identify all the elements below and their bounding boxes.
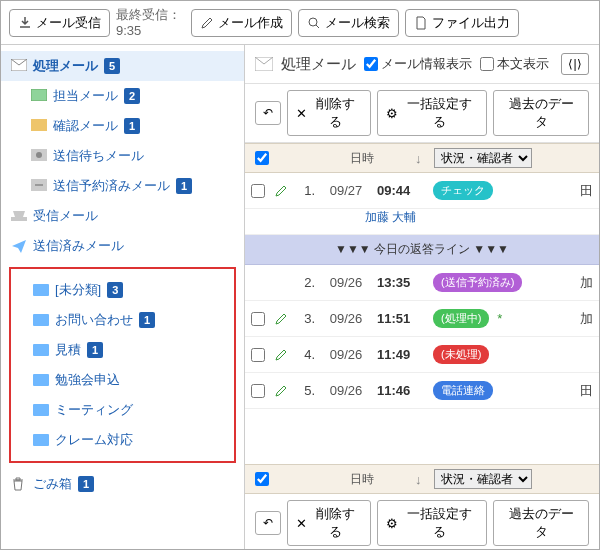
edit-icon[interactable] (273, 311, 289, 327)
mail-info-toggle[interactable]: メール情報表示 (364, 55, 472, 73)
undo-button-footer[interactable]: ↶ (255, 511, 281, 535)
count-badge: 1 (87, 342, 103, 358)
status-tag: 電話連絡 (433, 381, 493, 400)
edit-icon[interactable] (273, 347, 289, 363)
row-date: 09/26 (323, 347, 369, 362)
envelope-icon (11, 59, 27, 73)
undo-button[interactable]: ↶ (255, 101, 281, 125)
folder-icon (33, 314, 49, 326)
delete-button[interactable]: ✕削除する (287, 90, 371, 136)
mail-row[interactable]: 5.09/2611:46電話連絡田 (245, 373, 599, 409)
export-file-button[interactable]: ファイル出力 (405, 9, 519, 37)
mail-status-icon (31, 119, 47, 133)
status-tag: (処理中) (433, 309, 489, 328)
past-data-button-footer[interactable]: 過去のデータ (493, 500, 589, 546)
sidebar-sub-item[interactable]: 送信予約済みメール1 (1, 171, 244, 201)
count-badge: 2 (124, 88, 140, 104)
sidebar-sub-item[interactable]: 確認メール1 (1, 111, 244, 141)
svg-rect-2 (31, 89, 47, 101)
file-icon (414, 16, 428, 30)
sidebar-sent[interactable]: 送信済みメール (1, 231, 244, 261)
svg-point-0 (309, 18, 317, 26)
compose-mail-button[interactable]: メール作成 (191, 9, 292, 37)
row-date: 09/27 (323, 183, 369, 198)
count-badge: 1 (78, 476, 94, 492)
row-tail: 田 (580, 182, 593, 200)
count-badge: 1 (139, 312, 155, 328)
status-select-footer[interactable]: 状況・確認者 (434, 469, 532, 489)
row-checkbox[interactable] (251, 348, 265, 362)
edit-icon[interactable] (273, 383, 289, 399)
select-all-footer-checkbox[interactable] (255, 472, 269, 486)
row-index: 2. (297, 275, 315, 290)
mail-row[interactable]: 4.09/2611:49(未処理) (245, 337, 599, 373)
search-mail-button[interactable]: メール検索 (298, 9, 399, 37)
folder-icon (33, 434, 49, 446)
folder-item[interactable]: クレーム対応 (11, 425, 234, 455)
wrap-toggle-button[interactable]: ⟨|⟩ (561, 53, 589, 75)
row-index: 3. (297, 311, 315, 326)
x-icon: ✕ (296, 516, 307, 531)
status-tag: チェック (433, 181, 493, 200)
sort-down-icon[interactable]: ↓ (415, 472, 422, 487)
folder-icon (33, 284, 49, 296)
search-icon (307, 16, 321, 30)
row-time: 11:46 (377, 383, 425, 398)
count-badge: 1 (124, 118, 140, 134)
mail-status-icon (31, 149, 47, 163)
receive-label: メール受信 (36, 14, 101, 32)
receive-mail-button[interactable]: メール受信 (9, 9, 110, 37)
mail-row[interactable]: 3.09/2611:51(処理中)*加 (245, 301, 599, 337)
row-assignee[interactable]: 加藤 大輔 (245, 209, 599, 235)
mail-row[interactable]: 2.09/2613:35(送信予約済み)加 (245, 265, 599, 301)
row-checkbox[interactable] (251, 384, 265, 398)
svg-rect-3 (31, 119, 47, 131)
sidebar-processing-mail[interactable]: 処理メール 5 (1, 51, 244, 81)
edit-icon[interactable] (273, 183, 289, 199)
sidebar-trash[interactable]: ごみ箱 1 (1, 469, 244, 499)
trash-icon (11, 477, 27, 491)
folder-item[interactable]: お問い合わせ1 (11, 305, 234, 335)
sidebar-inbox[interactable]: 受信メール (1, 201, 244, 231)
mail-list-icon (255, 57, 273, 71)
count-badge: 5 (104, 58, 120, 74)
row-index: 4. (297, 347, 315, 362)
row-checkbox[interactable] (251, 312, 265, 326)
pencil-icon (200, 16, 214, 30)
last-receive-info: 最終受信：9:35 (116, 7, 181, 38)
content-pane: 処理メール メール情報表示 本文表示 ⟨|⟩ ↶ ✕削除する ⚙一括設定する 過… (245, 45, 599, 550)
sidebar-sub-item[interactable]: 担当メール2 (1, 81, 244, 111)
mail-status-icon (31, 89, 47, 103)
inbox-icon (11, 209, 27, 223)
folder-item[interactable]: ミーティング (11, 395, 234, 425)
x-icon: ✕ (296, 106, 307, 121)
folder-icon (33, 404, 49, 416)
row-date: 09/26 (323, 311, 369, 326)
row-tail: 加 (580, 310, 593, 328)
col-date[interactable]: 日時 (315, 150, 409, 167)
row-index: 1. (297, 183, 315, 198)
select-all-checkbox[interactable] (255, 151, 269, 165)
past-data-button[interactable]: 過去のデータ (493, 90, 589, 136)
status-select[interactable]: 状況・確認者 (434, 148, 532, 168)
sidebar-sub-item[interactable]: 送信待ちメール (1, 141, 244, 171)
bulk-settings-button[interactable]: ⚙一括設定する (377, 90, 488, 136)
status-tag: (送信予約済み) (433, 273, 522, 292)
folder-item[interactable]: [未分類]3 (11, 275, 234, 305)
folder-item[interactable]: 見積1 (11, 335, 234, 365)
status-tag: (未処理) (433, 345, 489, 364)
sort-down-icon[interactable]: ↓ (415, 151, 422, 166)
row-date: 09/26 (323, 383, 369, 398)
row-tail: 田 (580, 382, 593, 400)
mail-list: 1.09/2709:44チェック田加藤 大輔▼▼▼ 今日の返答ライン ▼▼▼2.… (245, 173, 599, 464)
delete-button-footer[interactable]: ✕削除する (287, 500, 371, 546)
row-tail: 加 (580, 274, 593, 292)
folder-item[interactable]: 勉強会申込 (11, 365, 234, 395)
row-time: 11:51 (377, 311, 425, 326)
body-toggle[interactable]: 本文表示 (480, 55, 549, 73)
folder-icon (33, 374, 49, 386)
download-icon (18, 16, 32, 30)
bulk-settings-button-footer[interactable]: ⚙一括設定する (377, 500, 488, 546)
row-checkbox[interactable] (251, 184, 265, 198)
mail-row[interactable]: 1.09/2709:44チェック田 (245, 173, 599, 209)
